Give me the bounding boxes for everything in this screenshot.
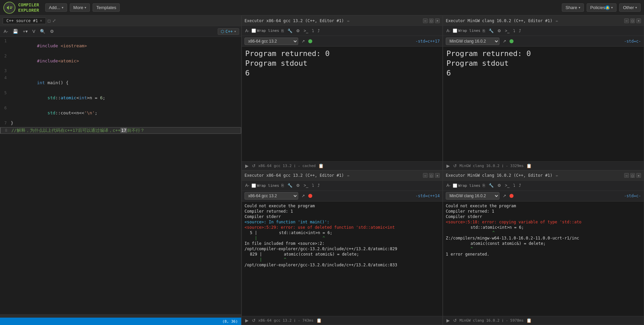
refresh-btn-br[interactable]: ↺	[452, 318, 458, 323]
run-btn-tl[interactable]: ▶	[245, 163, 249, 168]
editor-content[interactable]: 1 #include <iostream> 2 #include<atomic>…	[0, 37, 241, 314]
info-btn-tl[interactable]: i	[293, 163, 296, 168]
font-size-btn-br[interactable]: A-	[445, 182, 452, 188]
gear-btn-br[interactable]: ⚙	[496, 182, 502, 188]
gear-btn-tl[interactable]: ⚙	[295, 28, 301, 34]
expand-icon[interactable]: □	[48, 18, 51, 23]
editor-tab-close-icon[interactable]: ✕	[40, 18, 42, 23]
copy-btn-tl[interactable]: ⎘	[280, 28, 285, 34]
editor-tab[interactable]: C++ source #1 ✕	[3, 17, 46, 24]
font-size-btn-tl[interactable]: A-	[244, 28, 251, 34]
wrap-checkbox-br[interactable]	[453, 183, 457, 188]
close-btn-bl[interactable]: ✕	[435, 173, 440, 178]
wrench-btn-br[interactable]: 🔧	[487, 182, 495, 188]
wrap-checkbox-tl[interactable]	[252, 29, 256, 33]
compiler-select-tr[interactable]: MinGW clang 16.0.2	[446, 38, 499, 45]
login-btn-tl[interactable]: ⤵	[311, 28, 315, 34]
templates-button[interactable]: Templates	[93, 3, 120, 12]
terminal-btn-br[interactable]: >_	[503, 182, 511, 188]
close-btn-tl[interactable]: ✕	[435, 18, 440, 23]
save-button[interactable]: 💾	[11, 28, 20, 35]
info-btn-br[interactable]: i	[501, 318, 504, 323]
font-size-btn-bl[interactable]: A-	[244, 182, 251, 188]
minimize-btn-tl[interactable]: —	[423, 18, 428, 23]
maximize-btn-bl[interactable]: □	[429, 173, 434, 178]
terminal-btn-bl[interactable]: >_	[302, 182, 310, 188]
compiler-select-bl[interactable]: x86-64 gcc 13.2	[245, 192, 298, 200]
share-btn-br[interactable]: ⤴	[518, 182, 522, 188]
minimize-btn-bl[interactable]: —	[423, 173, 428, 178]
edit-icon-tl[interactable]: ✏	[347, 18, 350, 23]
refresh-btn-bl[interactable]: ↺	[251, 318, 256, 323]
std-flag-tr[interactable]: -std=c-	[624, 39, 641, 44]
copy-btn-tr[interactable]: ⎘	[481, 28, 486, 34]
refresh-btn-tr[interactable]: ↺	[452, 163, 458, 168]
compiler-select-br[interactable]: MinGW clang 16.0.2	[446, 192, 499, 200]
editor-horizontal-scrollbar[interactable]	[0, 314, 241, 318]
info-btn-tr[interactable]: i	[501, 163, 504, 168]
log-btn-bl[interactable]: 📋	[316, 318, 322, 323]
terminal-btn-tl[interactable]: >_	[302, 28, 310, 34]
language-selector[interactable]: ⬡ C++ ▾	[218, 28, 239, 35]
info-btn-bl[interactable]: i	[293, 318, 296, 323]
font-size-btn-tr[interactable]: A-	[445, 28, 452, 34]
vim-button[interactable]: V	[31, 28, 37, 35]
settings-button[interactable]: ⚙	[48, 28, 56, 35]
search-button[interactable]: 🔍	[38, 28, 47, 35]
open-new-br[interactable]: ↗	[501, 193, 507, 199]
open-new-tl[interactable]: ↗	[300, 38, 306, 44]
wrap-lines-br[interactable]: Wrap lines	[453, 183, 480, 188]
copy-btn-bl[interactable]: ⎘	[280, 182, 285, 188]
wrap-lines-bl[interactable]: Wrap lines	[252, 183, 279, 188]
wrench-btn-tl[interactable]: 🔧	[286, 28, 294, 34]
minimize-btn-tr[interactable]: —	[624, 18, 629, 23]
policies-button[interactable]: Policies 🔔 ▾	[587, 3, 617, 12]
log-btn-br[interactable]: 📋	[526, 318, 532, 323]
edit-icon-tr[interactable]: ✏	[556, 18, 558, 23]
close-btn-br[interactable]: ✕	[636, 173, 641, 178]
login-btn-bl[interactable]: ⤵	[311, 182, 315, 188]
login-btn-tr[interactable]: ⤵	[512, 28, 517, 34]
run-btn-bl[interactable]: ▶	[245, 318, 249, 323]
gear-btn-bl[interactable]: ⚙	[295, 182, 301, 188]
gear-btn-tr[interactable]: ⚙	[496, 28, 502, 34]
std-flag-bl[interactable]: -std=c++14	[416, 194, 440, 198]
wrench-btn-tr[interactable]: 🔧	[487, 28, 495, 34]
log-btn-tl[interactable]: 📋	[318, 163, 324, 168]
share-btn-tl[interactable]: ⤴	[316, 28, 321, 34]
copy-btn-br[interactable]: ⎘	[481, 182, 486, 188]
wrap-checkbox-bl[interactable]	[252, 183, 256, 188]
add-button[interactable]: Add... ▾	[45, 3, 67, 12]
wrap-checkbox-tr[interactable]	[453, 29, 457, 33]
share-btn-bl[interactable]: ⤴	[316, 182, 321, 188]
add-pane-button[interactable]: +▾	[21, 28, 30, 35]
edit-icon-bl[interactable]: ✏	[347, 173, 350, 178]
wrap-lines-tr[interactable]: Wrap lines	[453, 29, 480, 33]
std-flag-tl[interactable]: -std=c++17	[416, 39, 440, 44]
refresh-btn-tl[interactable]: ↺	[251, 163, 256, 168]
close-btn-tr[interactable]: ✕	[636, 18, 641, 23]
open-new-tr[interactable]: ↗	[501, 38, 507, 44]
edit-icon-br[interactable]: ✏	[556, 173, 558, 178]
more-button[interactable]: More ▾	[70, 3, 90, 12]
share-btn-tr[interactable]: ⤴	[518, 28, 522, 34]
font-size-button[interactable]: A-	[2, 28, 10, 35]
login-btn-br[interactable]: ⤵	[512, 182, 517, 188]
popout-icon[interactable]: ⤢	[52, 18, 56, 23]
log-btn-tr[interactable]: 📋	[526, 163, 532, 168]
maximize-btn-br[interactable]: □	[630, 173, 635, 178]
wrap-lines-tl[interactable]: Wrap lines	[252, 29, 279, 33]
share-button[interactable]: Share ▾	[562, 3, 584, 12]
open-new-bl[interactable]: ↗	[300, 193, 306, 199]
other-button[interactable]: Other ▾	[619, 3, 641, 12]
run-btn-br[interactable]: ▶	[446, 318, 450, 323]
std-flag-br[interactable]: -std=c-	[624, 194, 641, 198]
svg-point-0	[4, 2, 15, 13]
wrench-btn-bl[interactable]: 🔧	[286, 182, 294, 188]
run-btn-tr[interactable]: ▶	[446, 163, 450, 168]
compiler-select-tl[interactable]: x86-64 gcc 13.2	[245, 38, 298, 45]
terminal-btn-tr[interactable]: >_	[503, 28, 511, 34]
maximize-btn-tl[interactable]: □	[429, 18, 434, 23]
minimize-btn-br[interactable]: —	[624, 173, 629, 178]
maximize-btn-tr[interactable]: □	[630, 18, 635, 23]
